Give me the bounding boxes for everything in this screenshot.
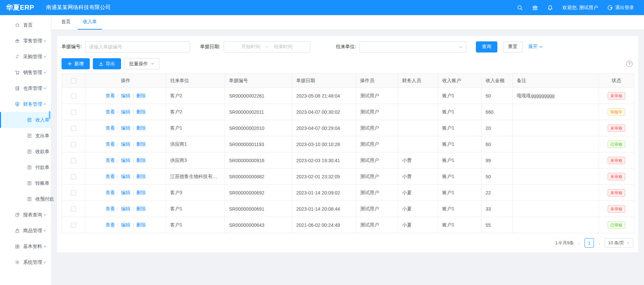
row-checkbox[interactable] xyxy=(71,190,76,195)
cell-remark xyxy=(513,185,599,201)
action-edit-link[interactable]: 编辑 xyxy=(121,190,130,195)
action-delete-link[interactable]: 删除 xyxy=(136,190,146,195)
cell-partner: 客户1 xyxy=(166,120,225,136)
sidebar-scrollbar-thumb[interactable] xyxy=(49,111,50,119)
sidebar-item-label: 收入单 xyxy=(35,117,49,123)
sidebar-item-home[interactable]: 首页 xyxy=(0,17,51,33)
action-view-link[interactable]: 查看 xyxy=(106,141,115,147)
logout-button[interactable]: 退出登录 xyxy=(607,5,634,11)
help-icon[interactable]: ? xyxy=(626,61,633,67)
action-edit-link[interactable]: 编辑 xyxy=(121,93,130,98)
action-delete-link[interactable]: 删除 xyxy=(136,109,146,114)
sidebar-item-label: 系统管理 xyxy=(23,259,42,265)
cell-bill-no: SR00000002010 xyxy=(225,120,292,136)
action-view-link[interactable]: 查看 xyxy=(106,174,115,179)
action-view-link[interactable]: 查看 xyxy=(106,157,115,163)
bill-date-range-input[interactable]: 开始时间 ~ 结束时间 xyxy=(224,41,310,52)
sidebar-item-sales[interactable]: 销售管理 xyxy=(0,65,51,80)
action-edit-link[interactable]: 编辑 xyxy=(121,206,130,211)
action-delete-link[interactable]: 删除 xyxy=(136,93,146,98)
row-checkbox[interactable] xyxy=(71,110,76,115)
doc-icon xyxy=(27,133,32,138)
main-layout: 首页零售管理采购管理销售管理仓库管理财务管理收入单支出单收款单付款单转账单收预付… xyxy=(0,15,644,285)
row-checkbox[interactable] xyxy=(71,94,76,99)
batch-actions-button[interactable]: 批量操作 xyxy=(124,58,159,69)
select-all-checkbox[interactable] xyxy=(71,78,76,83)
main-area: 首页收入单 单据编号: 单据日期: 开始时间 ~ 结束时间 往来单位: xyxy=(51,15,644,285)
action-view-link[interactable]: 查看 xyxy=(106,190,115,195)
reset-button[interactable]: 重置 xyxy=(503,41,523,52)
search-icon[interactable] xyxy=(517,5,523,11)
company-name: 南通某某网络科技有限公司 xyxy=(46,4,111,11)
row-checkbox[interactable] xyxy=(71,174,76,179)
action-delete-link[interactable]: 删除 xyxy=(136,157,146,163)
status-badge: 未审核 xyxy=(608,157,625,164)
row-checkbox[interactable] xyxy=(71,142,76,147)
sidebar-item-goods[interactable]: 商品管理 xyxy=(0,223,51,239)
cell-bill-date: 2023-04-07 00:30:02 xyxy=(292,104,356,120)
row-actions-cell: 查看|编辑|删除 xyxy=(85,169,166,185)
sidebar-item-system[interactable]: 系统管理 xyxy=(0,254,51,270)
sidebar-item-receipt-bill[interactable]: 收款单 xyxy=(0,144,51,159)
action-edit-link[interactable]: 编辑 xyxy=(121,125,130,131)
bill-no-input[interactable] xyxy=(85,41,190,52)
action-edit-link[interactable]: 编辑 xyxy=(121,157,130,163)
sidebar-item-warehouse[interactable]: 仓库管理 xyxy=(0,80,51,96)
doc-icon xyxy=(27,165,32,170)
prev-page-icon[interactable]: ‹ xyxy=(577,240,581,246)
search-button[interactable]: 查询 xyxy=(476,41,497,52)
add-button[interactable]: 新增 xyxy=(62,58,90,69)
action-view-link[interactable]: 查看 xyxy=(106,93,115,98)
status-badge: 未审核 xyxy=(608,124,625,132)
action-edit-link[interactable]: 编辑 xyxy=(121,222,130,227)
export-button[interactable]: 导出 xyxy=(93,58,121,69)
action-edit-link[interactable]: 编辑 xyxy=(121,174,130,179)
row-checkbox[interactable] xyxy=(71,158,76,163)
plus-icon xyxy=(68,62,72,66)
sidebar-item-income-bill[interactable]: 收入单 xyxy=(0,112,51,128)
warehouse-icon xyxy=(15,86,20,91)
sidebar-item-finance[interactable]: 财务管理 xyxy=(0,96,51,112)
action-view-link[interactable]: 查看 xyxy=(106,206,115,211)
cell-status: 未审核 xyxy=(599,201,634,217)
sidebar-item-payment-bill[interactable]: 付款单 xyxy=(0,159,51,175)
action-view-link[interactable]: 查看 xyxy=(106,125,115,131)
page-size-select[interactable]: 10 条/页 xyxy=(605,238,633,248)
cell-operator: 测试用户 xyxy=(356,88,398,104)
bank-icon[interactable] xyxy=(532,5,538,11)
cell-status: 已审核 xyxy=(599,217,634,233)
sidebar-item-transfer-bill[interactable]: 转账单 xyxy=(0,175,51,191)
sidebar-item-expense-bill[interactable]: 支出单 xyxy=(0,128,51,144)
sidebar-item-basic[interactable]: 基本资料 xyxy=(0,239,51,254)
action-delete-link[interactable]: 删除 xyxy=(136,125,146,131)
partner-select[interactable] xyxy=(359,41,466,52)
sidebar-item-report[interactable]: 报表查询 xyxy=(0,207,51,223)
action-view-link[interactable]: 查看 xyxy=(106,222,115,227)
row-checkbox-cell xyxy=(62,104,85,120)
cell-amount: 50 xyxy=(482,88,513,104)
action-view-link[interactable]: 查看 xyxy=(106,109,115,114)
action-delete-link[interactable]: 删除 xyxy=(136,141,146,147)
action-separator: | xyxy=(133,174,134,179)
sidebar-item-retail[interactable]: 零售管理 xyxy=(0,33,51,49)
action-edit-link[interactable]: 编辑 xyxy=(121,109,130,114)
action-separator: | xyxy=(133,109,134,114)
row-checkbox[interactable] xyxy=(71,126,76,131)
cell-remark xyxy=(513,152,599,169)
row-checkbox[interactable] xyxy=(71,223,76,228)
action-delete-link[interactable]: 删除 xyxy=(136,206,146,211)
next-page-icon[interactable]: › xyxy=(597,240,602,246)
sidebar-item-advance-receipt[interactable]: 收预付款 xyxy=(0,191,51,207)
sidebar-item-purchase[interactable]: 采购管理 xyxy=(0,49,51,65)
bell-icon[interactable] xyxy=(547,5,553,11)
action-separator: | xyxy=(133,222,134,227)
row-checkbox-cell xyxy=(62,88,85,104)
tab-income-bill[interactable]: 收入单 xyxy=(78,15,102,30)
expand-link[interactable]: 展开 xyxy=(528,44,543,50)
action-edit-link[interactable]: 编辑 xyxy=(121,141,130,147)
tab-home[interactable]: 首页 xyxy=(56,15,76,30)
action-delete-link[interactable]: 删除 xyxy=(136,222,146,227)
row-checkbox[interactable] xyxy=(71,207,76,212)
current-page-button[interactable]: 1 xyxy=(584,238,594,248)
action-delete-link[interactable]: 删除 xyxy=(136,174,146,179)
